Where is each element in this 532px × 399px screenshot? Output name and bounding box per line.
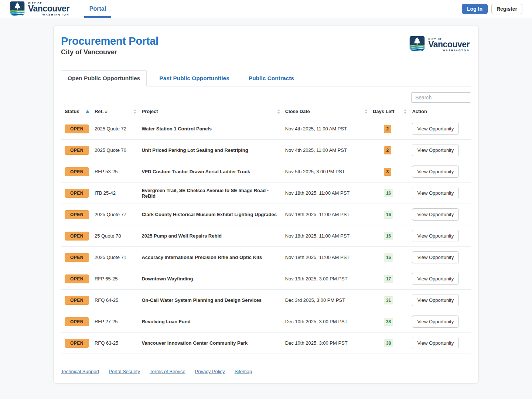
status-badge: OPEN [65,189,89,198]
status-badge: OPEN [65,146,89,155]
close-date-cell: Nov 18th 2025, 11:00 AM PST [285,247,373,268]
sort-both-icon [365,109,368,114]
card-footer: Technical Support Portal Security Terms … [61,369,471,376]
view-opportunity-button[interactable]: View Opportunity [412,294,459,306]
days-left-badge: 16 [384,253,393,262]
ref-cell: 2025 Quote 72 [95,118,142,140]
procurement-portal-card: Procurement Portal City of Vancouver [53,25,479,383]
project-cell: VFD Custom Tractor Drawn Aerial Ladder T… [141,161,285,183]
close-date-cell: Nov 18th 2025, 11:00 AM PST [285,204,373,225]
card-city-logo-text: CITY OF Vancouver WASHINGTON [428,38,470,52]
column-header-status[interactable]: Status [61,106,95,118]
project-cell: Water Station 1 Control Panels [141,118,285,140]
view-opportunity-button[interactable]: View Opportunity [412,187,459,199]
nav-portal-link[interactable]: Portal [84,0,111,18]
close-date-cell: Nov 4th 2025, 11:00 AM PST [285,140,373,161]
table-row: OPEN ITB 25-42 Evergreen Trail, SE Chels… [61,183,471,204]
footer-link-technical-support[interactable]: Technical Support [61,369,99,374]
status-badge: OPEN [65,232,89,241]
brand-name: Vancouver [28,4,69,13]
days-left-badge: 16 [384,189,393,197]
status-badge: OPEN [65,339,89,348]
status-badge: OPEN [65,317,89,326]
card-header: Procurement Portal City of Vancouver [61,35,471,56]
ref-cell: RFQ 64-25 [95,290,142,311]
days-left-badge: 2 [384,146,391,154]
project-cell: Revolving Loan Fund [141,311,285,332]
column-header-ref[interactable]: Ref. # [95,106,142,118]
search-input[interactable] [411,92,471,103]
close-date-cell: Dec 10th 2025, 3:00 PM PST [285,332,373,354]
opportunities-table: Status Ref. # Project Close Date [61,106,471,354]
city-logo: CITY OF Vancouver WASHINGTON [10,0,69,18]
brand-state: WASHINGTON [28,13,69,16]
sort-both-icon [404,109,407,114]
days-left-badge: 16 [384,232,393,240]
view-opportunity-button[interactable]: View Opportunity [412,208,459,221]
ref-cell: RFP 27-25 [95,311,142,332]
status-badge: OPEN [65,274,89,283]
days-left-badge: 16 [384,211,393,219]
card-city-logo-icon [409,36,425,54]
close-date-cell: Nov 4th 2025, 11:00 AM PST [285,118,373,140]
project-cell: Unit Priced Parking Lot Sealing and Rest… [141,140,285,161]
table-row: OPEN RFP 27-25 Revolving Loan Fund Dec 1… [61,311,471,332]
ref-cell: 25 Quote 78 [95,225,142,247]
table-row: OPEN RFP 65-25 Downtown Wayfinding Nov 1… [61,268,471,290]
ref-cell: 2025 Quote 70 [95,140,142,161]
view-opportunity-button[interactable]: View Opportunity [412,230,459,242]
ref-cell: RFP 53-25 [95,161,142,183]
project-cell: Evergreen Trail, SE Chelsea Avenue to SE… [141,183,285,204]
search-row [61,92,471,103]
login-button[interactable]: Log In [462,4,488,14]
table-row: OPEN RFQ 63-25 Vancouver Innovation Cent… [61,332,471,354]
title-block: Procurement Portal City of Vancouver [61,35,158,56]
register-button[interactable]: Register [491,4,522,14]
days-left-badge: 38 [384,318,393,326]
footer-link-sitemap[interactable]: Sitemap [235,369,252,374]
nav-auth-buttons: Log In Register [462,0,522,18]
project-cell: On-Call Water System Planning and Design… [141,290,285,311]
table-row: OPEN 25 Quote 78 2025 Pump and Well Repa… [61,225,471,247]
view-opportunity-button[interactable]: View Opportunity [412,251,459,263]
opportunity-tabs: Open Public Opportunities Past Public Op… [61,70,471,86]
status-badge: OPEN [65,253,89,262]
status-badge: OPEN [65,210,89,219]
city-logo-icon [10,1,25,17]
page-subtitle: City of Vancouver [61,48,158,56]
top-navbar: CITY OF Vancouver WASHINGTON Portal Log … [0,0,532,18]
status-badge: OPEN [65,296,89,305]
view-opportunity-button[interactable]: View Opportunity [412,337,459,349]
card-brand-state: WASHINGTON [428,49,470,52]
table-row: OPEN 2025 Quote 70 Unit Priced Parking L… [61,140,471,161]
view-opportunity-button[interactable]: View Opportunity [412,123,459,135]
tab-past-public-opportunities[interactable]: Past Public Opportunities [153,70,236,86]
tab-open-public-opportunities[interactable]: Open Public Opportunities [61,70,147,86]
view-opportunity-button[interactable]: View Opportunity [412,166,459,178]
view-opportunity-button[interactable]: View Opportunity [412,273,459,285]
project-cell: Accuracy International Precision Rifle a… [141,247,285,268]
footer-link-terms-of-service[interactable]: Terms of Service [150,369,185,374]
ref-cell: 2025 Quote 77 [95,204,142,225]
card-brand-name: Vancouver [428,40,470,49]
column-header-action: Action [412,106,471,118]
footer-link-portal-security[interactable]: Portal Security [109,369,140,374]
view-opportunity-button[interactable]: View Opportunity [412,316,459,328]
days-left-badge: 17 [384,275,393,283]
ref-cell: 2025 Quote 71 [95,247,142,268]
close-date-cell: Nov 18th 2025, 11:00 AM PST [285,183,373,204]
view-opportunity-button[interactable]: View Opportunity [412,144,459,156]
opportunities-table-body: OPEN 2025 Quote 72 Water Station 1 Contr… [61,118,471,354]
table-row: OPEN 2025 Quote 72 Water Station 1 Contr… [61,118,471,140]
column-header-project[interactable]: Project [141,106,285,118]
column-header-days-left[interactable]: Days Left [373,106,412,118]
column-header-close-date[interactable]: Close Date [285,106,373,118]
tab-public-contracts[interactable]: Public Contracts [242,70,301,86]
page-title: Procurement Portal [61,35,158,47]
footer-link-privacy-policy[interactable]: Privacy Policy [195,369,225,374]
close-date-cell: Nov 5th 2025, 3:00 PM PST [285,161,373,183]
project-cell: Clark County Historical Museum Exhibit L… [141,204,285,225]
close-date-cell: Nov 18th 2025, 11:00 AM PST [285,225,373,247]
close-date-cell: Dec 3rd 2025, 3:00 PM PST [285,290,373,311]
card-city-logo: CITY OF Vancouver WASHINGTON [409,36,470,54]
